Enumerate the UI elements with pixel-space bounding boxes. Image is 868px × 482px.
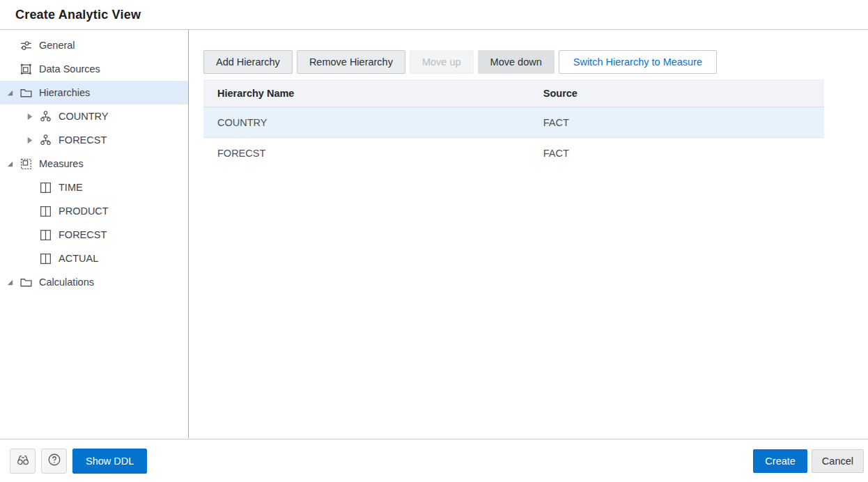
- caret-spacer: [25, 229, 39, 240]
- sidebar-item-label: ACTUAL: [59, 253, 98, 264]
- sidebar-item-label: Calculations: [39, 277, 94, 288]
- measure-column-icon: [39, 252, 52, 265]
- caret-spacer: [25, 253, 39, 264]
- switch-hierarchy-to-measure-button[interactable]: Switch Hierarchy to Measure: [559, 50, 717, 74]
- sidebar-item-label: General: [39, 40, 75, 51]
- sidebar-item-label: Data Sources: [39, 63, 100, 75]
- caret-spacer: [25, 205, 39, 217]
- question-icon: [47, 453, 61, 469]
- navigation-tree: General Data Sources: [0, 30, 189, 438]
- caret-spacer: [6, 63, 20, 75]
- hierarchy-toolbar: Add Hierarchy Remove Hierarchy Move up M…: [203, 50, 868, 74]
- table-header-row: Hierarchy Name Source: [203, 79, 824, 107]
- caret-collapsed-icon[interactable]: [25, 111, 39, 122]
- binoculars-icon: [16, 453, 30, 469]
- sidebar-item-time[interactable]: TIME: [0, 176, 188, 199]
- remove-hierarchy-button[interactable]: Remove Hierarchy: [297, 50, 405, 74]
- dialog-body: General Data Sources: [0, 30, 868, 438]
- help-button[interactable]: [41, 449, 67, 474]
- caret-spacer: [6, 40, 20, 51]
- sidebar-item-label: Hierarchies: [39, 87, 90, 98]
- sidebar-item-hierarchies[interactable]: Hierarchies: [0, 81, 188, 104]
- table-row[interactable]: COUNTRY FACT: [203, 107, 824, 138]
- caret-expanded-icon[interactable]: [6, 277, 20, 288]
- sidebar-item-calculations[interactable]: Calculations: [0, 270, 188, 294]
- data-sources-icon: [20, 63, 33, 76]
- measure-column-icon: [39, 205, 52, 218]
- sidebar-item-measures[interactable]: Measures: [0, 152, 188, 176]
- sidebar-item-actual[interactable]: ACTUAL: [0, 247, 188, 270]
- hierarchies-panel: Add Hierarchy Remove Hierarchy Move up M…: [189, 30, 868, 438]
- hierarchy-name-cell: COUNTRY: [203, 117, 529, 128]
- sidebar-item-forecst-measure[interactable]: FORECST: [0, 223, 188, 247]
- caret-expanded-icon[interactable]: [6, 158, 20, 169]
- move-down-button[interactable]: Move down: [478, 50, 555, 74]
- source-cell: FACT: [529, 148, 824, 159]
- folder-icon: [20, 276, 33, 289]
- measure-column-icon: [39, 228, 52, 242]
- sidebar-item-general[interactable]: General: [0, 33, 188, 57]
- sidebar-item-forecst-hierarchy[interactable]: FORECST: [0, 128, 188, 152]
- move-up-button[interactable]: Move up: [410, 50, 474, 74]
- sidebar-item-product[interactable]: PRODUCT: [0, 199, 188, 223]
- measures-icon: [20, 157, 33, 171]
- caret-spacer: [25, 182, 39, 193]
- measure-column-icon: [39, 181, 52, 194]
- sidebar-item-data-sources[interactable]: Data Sources: [0, 57, 188, 81]
- sliders-icon: [20, 39, 33, 52]
- source-cell: FACT: [529, 117, 824, 128]
- find-button[interactable]: [10, 449, 36, 474]
- sidebar-item-label: COUNTRY: [59, 111, 108, 122]
- sidebar-item-label: FORECST: [59, 229, 107, 240]
- cancel-button[interactable]: Cancel: [812, 449, 864, 473]
- caret-collapsed-icon[interactable]: [25, 134, 39, 146]
- hierarchy-name-cell: FORECST: [203, 148, 529, 159]
- add-hierarchy-button[interactable]: Add Hierarchy: [203, 50, 293, 74]
- sidebar-item-country[interactable]: COUNTRY: [0, 104, 188, 128]
- hierarchy-table: Hierarchy Name Source COUNTRY FACT FOREC…: [203, 79, 824, 169]
- sidebar-item-label: Measures: [39, 158, 84, 169]
- sidebar-item-label: FORECST: [59, 134, 107, 146]
- caret-expanded-icon[interactable]: [6, 87, 20, 98]
- create-button[interactable]: Create: [753, 449, 807, 473]
- folder-icon: [20, 86, 33, 100]
- show-ddl-button[interactable]: Show DDL: [72, 449, 147, 474]
- sidebar-item-label: PRODUCT: [59, 205, 109, 217]
- table-row[interactable]: FORECST FACT: [203, 138, 824, 169]
- sidebar-item-label: TIME: [59, 182, 83, 193]
- dialog-footer: Show DDL Create Cancel: [0, 439, 868, 482]
- hierarchy-icon: [39, 110, 52, 123]
- hierarchy-icon: [39, 134, 52, 147]
- dialog-titlebar: Create Analytic View: [0, 0, 868, 30]
- page-title: Create Analytic View: [15, 8, 141, 22]
- column-header-hierarchy-name: Hierarchy Name: [203, 88, 529, 99]
- column-header-source: Source: [529, 88, 824, 99]
